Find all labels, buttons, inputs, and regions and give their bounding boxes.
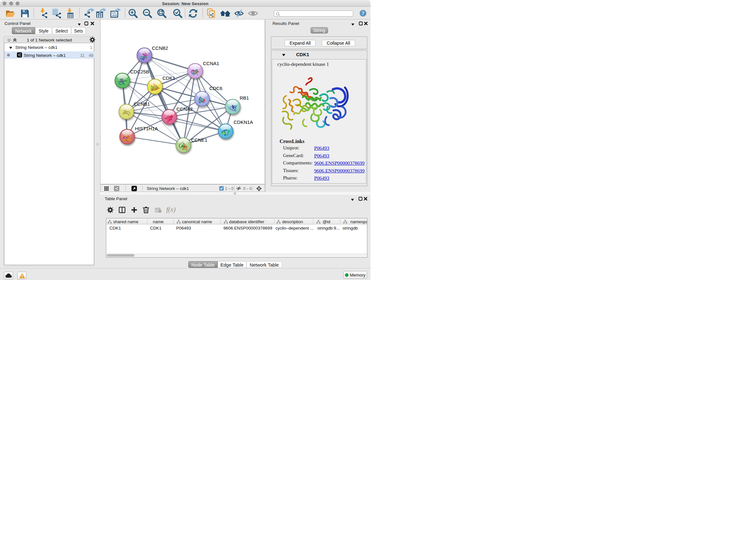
svg-text:CDK1: CDK1 (162, 75, 175, 81)
svg-text:HIST1H1A: HIST1H1A (135, 126, 158, 131)
svg-text:CCNB1: CCNB1 (134, 101, 150, 107)
svg-text:CCNA2: CCNA2 (177, 106, 193, 112)
svg-text:CDKN1A: CDKN1A (233, 119, 253, 125)
svg-text:CDC25B: CDC25B (130, 69, 149, 74)
svg-text:CCNB2: CCNB2 (152, 45, 168, 51)
svg-text:CDC6: CDC6 (209, 85, 222, 91)
svg-text:RB1: RB1 (240, 95, 249, 101)
svg-text:CCNE1: CCNE1 (191, 137, 207, 143)
svg-text:CCNA1: CCNA1 (203, 61, 219, 66)
